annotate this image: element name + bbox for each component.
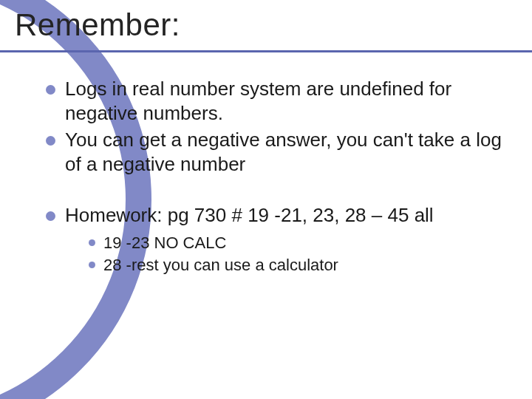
- spacer: [46, 178, 519, 203]
- sub-bullet-list: 19 -23 NO CALC 28 -rest you can use a ca…: [89, 232, 519, 276]
- bullet-text: Homework: pg 730 # 19 -21, 23, 28 – 45 a…: [65, 204, 434, 226]
- bullet-text: You can get a negative answer, you can't…: [65, 129, 502, 175]
- title-underline: [0, 50, 532, 52]
- content-area: Logs in real number system are undefined…: [46, 77, 519, 278]
- bullet-item: Homework: pg 730 # 19 -21, 23, 28 – 45 a…: [46, 203, 519, 276]
- bullet-list: Logs in real number system are undefined…: [46, 77, 519, 177]
- sub-bullet-text: 28 -rest you can use a calculator: [103, 256, 338, 274]
- bullet-list: Homework: pg 730 # 19 -21, 23, 28 – 45 a…: [46, 203, 519, 276]
- bullet-item: Logs in real number system are undefined…: [46, 77, 519, 126]
- bullet-text: Logs in real number system are undefined…: [65, 78, 451, 124]
- slide: Remember: Logs in real number system are…: [0, 0, 532, 399]
- sub-bullet-item: 19 -23 NO CALC: [89, 232, 519, 254]
- slide-title: Remember:: [15, 7, 180, 43]
- bullet-item: You can get a negative answer, you can't…: [46, 128, 519, 177]
- sub-bullet-item: 28 -rest you can use a calculator: [89, 254, 519, 276]
- sub-bullet-text: 19 -23 NO CALC: [103, 233, 226, 252]
